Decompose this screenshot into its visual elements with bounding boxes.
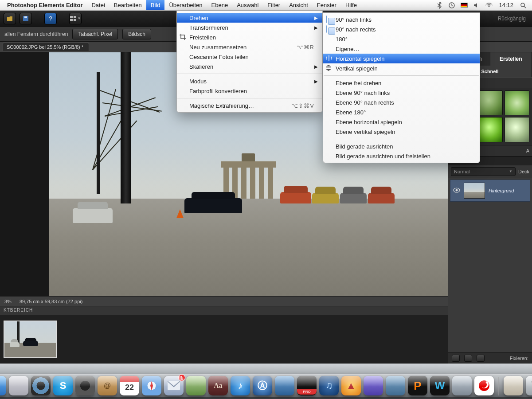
svg-point-1 — [521, 3, 524, 7]
status-volume-icon[interactable] — [470, 2, 483, 9]
dock-contacts-icon[interactable]: @ — [98, 376, 117, 395]
dock-app-p-icon[interactable]: P — [408, 376, 427, 395]
dock-music-icon[interactable]: ♫ — [319, 376, 339, 395]
bild-item[interactable]: Neu zusammensetzen⌥⌘R — [177, 42, 322, 52]
trash-icon[interactable] — [477, 355, 485, 362]
bild-item[interactable]: Farbprofil konvertieren — [177, 86, 322, 96]
dock-separator — [498, 377, 499, 395]
drehen-item[interactable]: Ebene frei drehen — [323, 78, 480, 88]
actual-pixels-button[interactable]: Tatsächl. Pixel — [72, 29, 118, 39]
bild-item[interactable]: Drehen▶ — [177, 13, 322, 23]
layer-name: Hintergrund — [489, 188, 514, 193]
bild-item[interactable]: Skalieren▶ — [177, 62, 322, 71]
dock-finder-icon[interactable]: ☺ — [0, 376, 6, 395]
dock-app-pro-icon[interactable]: PRO — [297, 376, 317, 395]
document-tab[interactable]: SC00002.JPG bei 25,5% (RGB/8) * — [3, 43, 89, 51]
doc-dimensions: 89,75 cm x 59,83 cm (72 ppi) — [20, 299, 82, 304]
menu-ebene[interactable]: Ebene — [207, 0, 233, 10]
svg-point-16 — [479, 380, 489, 391]
drehen-item[interactable]: Ebene horizontal spiegeln — [323, 117, 480, 127]
drehen-item[interactable]: Bild gerade ausrichten und freistellen — [323, 151, 480, 161]
dock-app-icon[interactable] — [275, 376, 294, 395]
menu-filter[interactable]: Filter — [263, 0, 285, 10]
drehen-item[interactable]: 90° nach links — [323, 15, 480, 24]
drehen-item[interactable]: 90° nach rechts — [323, 24, 480, 34]
fx-icon[interactable] — [464, 355, 472, 362]
undo-label[interactable]: Rückgängig — [495, 16, 528, 22]
filter-swatch[interactable] — [477, 90, 502, 115]
layer-thumbnail — [464, 183, 485, 199]
status-timemachine-icon[interactable] — [446, 2, 458, 9]
drehen-submenu: 90° nach links90° nach rechts180°Eigene…… — [323, 12, 480, 163]
dock-app-icon[interactable] — [9, 376, 28, 395]
blend-mode-select[interactable]: Normal▼ — [451, 167, 516, 176]
dock-stack-icon[interactable] — [504, 376, 523, 395]
drehen-item[interactable]: Vertikal spiegeln — [323, 63, 480, 73]
canvas-status-bar: 3% 89,75 cm x 59,83 cm (72 ppi) — [0, 296, 448, 306]
bild-item[interactable]: Freistellen — [177, 32, 322, 42]
filter-more-button[interactable]: A — [526, 148, 529, 153]
layers-footer: Fixieren: — [448, 352, 532, 364]
lock-label: Fixieren: — [510, 356, 528, 361]
visibility-icon[interactable] — [453, 188, 460, 194]
drehen-item[interactable]: Ebene vertikal spiegeln — [323, 127, 480, 137]
dock-app-w-icon[interactable]: W — [430, 376, 450, 395]
bild-item[interactable]: Gescannte Fotos teilen — [177, 52, 322, 62]
menu-ueberarbeiten[interactable]: Überarbeiten — [164, 0, 207, 10]
bin-thumbnail[interactable] — [4, 321, 57, 358]
dock-calendar-icon[interactable]: 22 — [120, 376, 139, 395]
open-button[interactable] — [4, 13, 16, 24]
zoom-value[interactable]: 3% — [4, 299, 12, 304]
filter-swatch[interactable] — [505, 117, 529, 142]
drehen-item[interactable]: Eigene… — [323, 44, 480, 54]
menu-hilfe[interactable]: Hilfe — [341, 0, 361, 10]
filter-swatch[interactable] — [505, 90, 529, 115]
drehen-item[interactable]: Ebene 90° nach links — [323, 88, 480, 98]
menu-ansicht[interactable]: Ansicht — [285, 0, 313, 10]
status-wifi-icon[interactable] — [483, 3, 495, 8]
save-button[interactable] — [20, 13, 32, 24]
dock-itunes-icon[interactable]: ♪ — [231, 376, 250, 395]
mail-badge: 1 — [178, 374, 185, 381]
dock-trash-icon[interactable] — [526, 376, 532, 395]
status-spotlight-icon[interactable] — [517, 2, 529, 9]
dock-appstore-icon[interactable]: Ⓐ — [253, 376, 272, 395]
drehen-item[interactable]: 180° — [323, 34, 480, 44]
filter-swatch[interactable] — [477, 117, 502, 142]
dock-skype-icon[interactable]: S — [53, 376, 73, 395]
arrange-button[interactable]: ▼ — [69, 13, 82, 24]
project-bin-header[interactable]: KTBEREICH — [0, 306, 448, 315]
tab-create[interactable]: Erstellen — [490, 52, 532, 66]
menu-datei[interactable]: Datei — [87, 0, 109, 10]
dock-burn-icon[interactable]: ▲ — [341, 376, 361, 395]
fit-screen-button[interactable]: Bildsch — [122, 29, 151, 39]
menubar-clock[interactable]: 14:12 — [495, 2, 517, 8]
bild-item[interactable]: Modus▶ — [177, 76, 322, 86]
dock-app-icon[interactable] — [452, 376, 472, 395]
dock-app-icon[interactable] — [364, 376, 383, 395]
dock-dashboard-icon[interactable] — [75, 376, 95, 395]
bild-item[interactable]: Magische Extrahierung…⌥⇧⌘V — [177, 101, 322, 110]
drehen-item[interactable]: Ebene 90° nach rechts — [323, 98, 480, 107]
status-bluetooth-icon[interactable] — [433, 2, 446, 9]
opacity-label: Deck — [518, 169, 529, 174]
menu-bearbeiten[interactable]: Bearbeiten — [110, 0, 146, 10]
menu-fenster[interactable]: Fenster — [313, 0, 341, 10]
status-flag-icon[interactable] — [458, 3, 470, 8]
dock-mail-icon[interactable]: 1 — [164, 376, 184, 395]
dock-vodafone-icon[interactable] — [474, 376, 494, 395]
new-layer-icon[interactable] — [452, 355, 460, 362]
drehen-item[interactable]: Horizontal spiegeln — [323, 54, 480, 63]
menu-bild[interactable]: Bild — [146, 0, 165, 10]
bild-item[interactable]: Transformieren▶ — [177, 23, 322, 32]
dock-app-icon[interactable] — [386, 376, 405, 395]
layer-background[interactable]: Hintergrund — [450, 180, 530, 202]
menu-auswahl[interactable]: Auswahl — [232, 0, 263, 10]
drehen-item[interactable]: Ebene 180° — [323, 107, 480, 117]
dock-safari-icon[interactable] — [142, 376, 161, 395]
dock-preview-icon[interactable] — [186, 376, 206, 395]
dock-quicktime-icon[interactable] — [31, 376, 51, 395]
help-button[interactable]: ? — [44, 13, 57, 24]
dock-dictionary-icon[interactable]: Aa — [208, 376, 228, 395]
drehen-item[interactable]: Bild gerade ausrichten — [323, 141, 480, 151]
